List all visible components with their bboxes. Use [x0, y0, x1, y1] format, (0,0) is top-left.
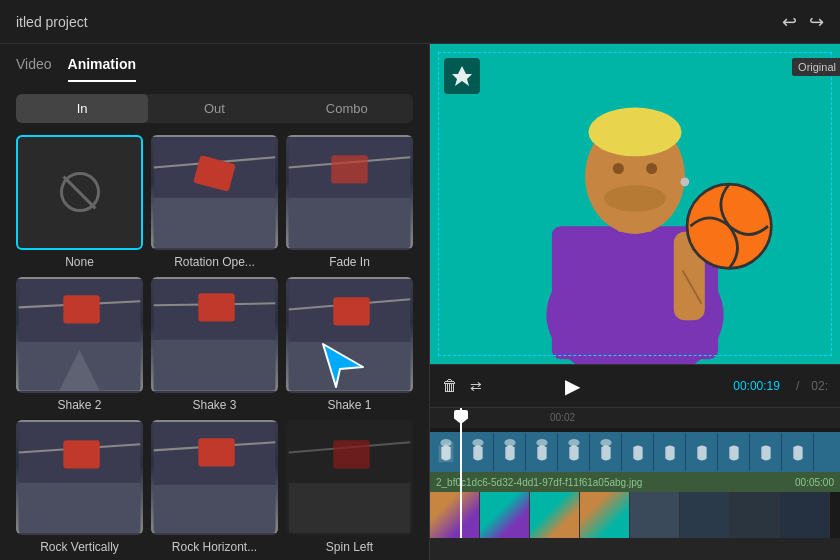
svg-point-47: [440, 439, 451, 446]
clip-icon-7: [654, 433, 686, 471]
watermark: [444, 58, 480, 94]
svg-rect-19: [333, 297, 369, 325]
clip-icon-strip: [430, 432, 814, 472]
thumb-4: [630, 492, 680, 538]
anim-fade-in[interactable]: Fade In: [286, 135, 413, 269]
svg-point-52: [600, 439, 611, 446]
clip-icon-9: [718, 433, 750, 471]
clip-icon-3: [526, 433, 558, 471]
tab-video[interactable]: Video: [16, 56, 52, 82]
file-track-name: 2_bf0c1dc6-5d32-4dd1-97df-f11f61a05abg.j…: [436, 477, 642, 488]
clip-icon-1: [462, 433, 494, 471]
clip-track: [430, 432, 840, 472]
tab-animation[interactable]: Animation: [68, 56, 136, 82]
thumb-6: [730, 492, 780, 538]
svg-rect-27: [198, 438, 234, 466]
anim-shake-3[interactable]: Shake 3: [151, 277, 278, 411]
anim-shake-3-thumb: [151, 277, 278, 392]
panel-tabs: Video Animation: [0, 44, 429, 82]
svg-rect-7: [289, 197, 411, 248]
thumb-7-inner: [780, 492, 829, 538]
anim-spin-left[interactable]: Spin Left: [286, 420, 413, 554]
project-title: itled project: [16, 14, 88, 30]
svg-point-38: [588, 108, 681, 157]
anim-spin-left-thumb: [286, 420, 413, 535]
anim-fade-in-thumb: [286, 135, 413, 250]
transport-bar: 🗑 ⇄ ▶ 00:00:19 / 02:: [430, 364, 840, 408]
thumb-2: [530, 492, 580, 538]
anim-rock-horizontally-thumb: [151, 420, 278, 535]
thumb-6-inner: [730, 492, 779, 538]
original-badge: Original: [792, 58, 840, 76]
svg-point-45: [680, 177, 689, 186]
svg-rect-24: [19, 482, 141, 533]
anim-spin-left-label: Spin Left: [326, 540, 373, 554]
anim-none-label: None: [65, 255, 94, 269]
anim-shake-2-label: Shake 2: [57, 398, 101, 412]
current-time: 00:00:19: [733, 379, 780, 393]
clip-icon-4: [558, 433, 590, 471]
filter-in[interactable]: In: [16, 94, 148, 123]
anim-rotation-open[interactable]: Rotation Ope...: [151, 135, 278, 269]
anim-rock-vertically[interactable]: Rock Vertically: [16, 420, 143, 554]
svg-rect-31: [333, 440, 369, 468]
thumb-5: [680, 492, 730, 538]
redo-icon[interactable]: ↪: [809, 11, 824, 33]
thumb-0: [430, 492, 480, 538]
svg-rect-23: [63, 440, 99, 468]
thumb-1: [480, 492, 530, 538]
anim-shake-3-label: Shake 3: [192, 398, 236, 412]
anim-none[interactable]: None: [16, 135, 143, 269]
svg-rect-32: [289, 482, 411, 533]
svg-point-40: [646, 163, 657, 174]
undo-icon[interactable]: ↩: [782, 11, 797, 33]
clip-icon-11: [782, 433, 814, 471]
thumb-0-inner: [430, 492, 479, 538]
svg-point-50: [536, 439, 547, 446]
filter-out[interactable]: Out: [148, 94, 280, 123]
filter-combo[interactable]: Combo: [281, 94, 413, 123]
clip-icon-0: [430, 433, 462, 471]
total-time: 02:: [811, 379, 828, 393]
svg-point-48: [472, 439, 483, 446]
playhead-line: [460, 408, 462, 538]
svg-point-51: [568, 439, 579, 446]
flip-icon[interactable]: ⇄: [470, 378, 482, 394]
svg-rect-6: [331, 155, 367, 183]
clip-icon-10: [750, 433, 782, 471]
thumb-4-inner: [630, 492, 679, 538]
clip-icon-6: [622, 433, 654, 471]
play-button[interactable]: ▶: [565, 374, 580, 398]
svg-rect-16: [154, 340, 276, 391]
no-icon: [60, 172, 100, 212]
anim-shake-1-thumb: [286, 277, 413, 392]
video-preview: Original: [430, 44, 840, 364]
anim-rotation-open-thumb: [151, 135, 278, 250]
main-layout: Video Animation In Out Combo None: [0, 44, 840, 560]
video-thumbnail-strip: [430, 492, 840, 538]
svg-rect-10: [63, 295, 99, 323]
header: itled project ↩ ↪: [0, 0, 840, 44]
thumb-1-inner: [480, 492, 529, 538]
delete-icon[interactable]: 🗑: [442, 377, 458, 395]
anim-rock-horizontally[interactable]: Rock Horizont...: [151, 420, 278, 554]
time-slash: /: [796, 379, 799, 393]
svg-rect-15: [198, 293, 234, 321]
file-track-duration: 00:05:00: [795, 477, 834, 488]
clip-icon-5: [590, 433, 622, 471]
thumb-5-inner: [680, 492, 729, 538]
animation-grid: None Rotation Ope...: [0, 135, 429, 560]
anim-shake-1[interactable]: Shake 1: [286, 277, 413, 411]
video-background: Original: [430, 44, 840, 364]
anim-rock-horizontally-label: Rock Horizont...: [172, 540, 257, 554]
anim-fade-in-label: Fade In: [329, 255, 370, 269]
svg-rect-3: [154, 197, 276, 248]
thumb-3-inner: [580, 492, 629, 538]
anim-rock-vertically-label: Rock Vertically: [40, 540, 119, 554]
filter-row: In Out Combo: [16, 94, 413, 123]
anim-rock-vertically-thumb: [16, 420, 143, 535]
anim-shake-2[interactable]: Shake 2: [16, 277, 143, 411]
anim-shake-1-label: Shake 1: [327, 398, 371, 412]
anim-none-thumb: [16, 135, 143, 250]
file-track: 2_bf0c1dc6-5d32-4dd1-97df-f11f61a05abg.j…: [430, 472, 840, 492]
